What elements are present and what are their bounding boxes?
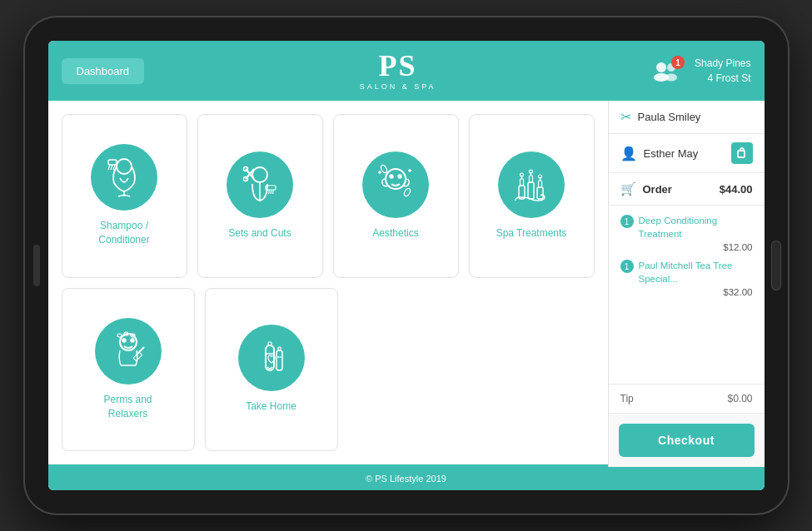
svg-line-8 [111, 165, 112, 170]
spa-icon-circle [498, 151, 565, 218]
item-1-price: $12.00 [620, 242, 753, 252]
order-item-1-header: 1 Deep Conditioning Treatment [620, 214, 753, 241]
menu-row-1: Shampoo /Conditioner [62, 114, 595, 278]
menu-item-perms[interactable]: Perms andRelaxers [62, 288, 195, 452]
users-icon-wrap[interactable]: 1 [651, 59, 681, 82]
shampoo-icon-circle [91, 144, 157, 211]
svg-point-0 [656, 62, 666, 72]
app-footer: © PS Lifestyle 2019 [48, 467, 765, 490]
svg-line-7 [108, 165, 110, 170]
svg-rect-31 [521, 179, 524, 186]
menu-item-sets-cuts[interactable]: Sets and Cuts [197, 114, 323, 278]
order-item-2[interactable]: 1 Paul Mitchell Tea Tree Special... $32.… [620, 259, 753, 297]
dashboard-button[interactable]: Dashboard [62, 58, 145, 84]
menu-row-2: Perms andRelaxers [62, 288, 595, 452]
scissors-icon: ✂ [620, 109, 631, 125]
menu-label-shampoo: Shampoo /Conditioner [98, 219, 149, 247]
svg-rect-6 [108, 160, 117, 165]
main-content: Shampoo /Conditioner [48, 101, 765, 467]
menu-panel: Shampoo /Conditioner [48, 101, 608, 467]
order-items: 1 Deep Conditioning Treatment $12.00 1 P… [609, 206, 765, 385]
logo-main: PS [379, 51, 417, 81]
header-right: 1 Shady Pines 4 Frost St [651, 56, 750, 86]
svg-rect-51 [266, 345, 274, 370]
menu-spacer-1 [348, 288, 466, 452]
item-1-name: Deep Conditioning Treatment [639, 214, 753, 241]
location-info: Shady Pines 4 Frost St [695, 56, 750, 86]
footer-text: © PS Lifestyle 2019 [366, 474, 446, 484]
svg-rect-38 [537, 187, 543, 199]
svg-line-18 [269, 190, 270, 194]
menu-label-spa: Spa Treatments [496, 226, 567, 241]
svg-point-43 [122, 339, 126, 342]
order-header: 🛒 Order $44.00 [609, 173, 765, 206]
svg-rect-34 [528, 182, 534, 199]
client-name: Esther May [644, 147, 725, 160]
sets-cuts-icon-circle [227, 151, 293, 218]
svg-rect-35 [530, 176, 533, 182]
order-total: $44.00 [720, 183, 753, 196]
aesthetics-icon-circle [362, 151, 429, 218]
location-address: 4 Frost St [695, 71, 750, 86]
item-2-name: Paul Mitchell Tea Tree Special... [639, 259, 753, 285]
svg-line-19 [271, 190, 271, 194]
svg-point-23 [398, 175, 401, 178]
stylist-name: Paula Smiley [638, 111, 701, 123]
svg-rect-54 [276, 350, 282, 370]
perms-icon-circle [95, 318, 162, 385]
svg-rect-39 [539, 181, 542, 187]
order-label: Order [643, 183, 713, 196]
item-2-qty: 1 [620, 260, 634, 273]
menu-item-aesthetics[interactable]: Aesthetics [333, 114, 459, 278]
svg-rect-57 [738, 151, 745, 157]
svg-rect-45 [117, 334, 122, 337]
checkout-button[interactable]: Checkout [619, 424, 755, 457]
app-header: Dashboard PS SALON & SPA 1 Shady Pines [48, 41, 765, 101]
menu-item-shampoo[interactable]: Shampoo /Conditioner [62, 114, 187, 278]
menu-item-take-home[interactable]: Take Home [205, 288, 338, 452]
svg-point-4 [117, 159, 132, 174]
stylist-row: ✂ Paula Smiley [609, 101, 765, 134]
tip-amount: $0.00 [727, 393, 752, 404]
app-screen: Dashboard PS SALON & SPA 1 Shady Pines [48, 41, 765, 490]
item-1-qty: 1 [620, 215, 634, 228]
menu-label-aesthetics: Aesthetics [372, 226, 418, 241]
tablet-frame: Dashboard PS SALON & SPA 1 Shady Pines [23, 16, 790, 515]
cart-icon: 🛒 [620, 181, 636, 196]
client-edit-button[interactable] [731, 142, 753, 164]
menu-label-perms: Perms andRelaxers [103, 393, 152, 421]
person-icon: 👤 [620, 146, 637, 161]
notification-badge: 1 [671, 56, 685, 69]
tip-row: Tip $0.00 [609, 385, 765, 414]
order-panel: ✂ Paula Smiley 👤 Esther May 🛒 Or [608, 101, 765, 467]
item-2-price: $32.00 [620, 287, 753, 297]
tip-label: Tip [620, 393, 728, 404]
menu-spacer-2 [476, 288, 595, 452]
location-name: Shady Pines [695, 56, 750, 71]
menu-label-take-home: Take Home [246, 399, 296, 414]
svg-line-20 [273, 190, 274, 194]
take-home-icon-circle [238, 325, 305, 391]
menu-item-spa[interactable]: Spa Treatments [469, 114, 595, 278]
app-logo: PS SALON & SPA [144, 51, 651, 91]
order-item-1[interactable]: 1 Deep Conditioning Treatment $12.00 [620, 214, 753, 252]
order-item-2-header: 1 Paul Mitchell Tea Tree Special... [620, 259, 753, 285]
svg-point-3 [665, 74, 677, 82]
svg-point-44 [131, 339, 134, 342]
client-row: 👤 Esther May [609, 134, 765, 173]
svg-point-29 [403, 187, 411, 197]
logo-sub: SALON & SPA [360, 82, 436, 91]
svg-point-22 [390, 175, 393, 178]
menu-label-sets-cuts: Sets and Cuts [228, 226, 291, 241]
